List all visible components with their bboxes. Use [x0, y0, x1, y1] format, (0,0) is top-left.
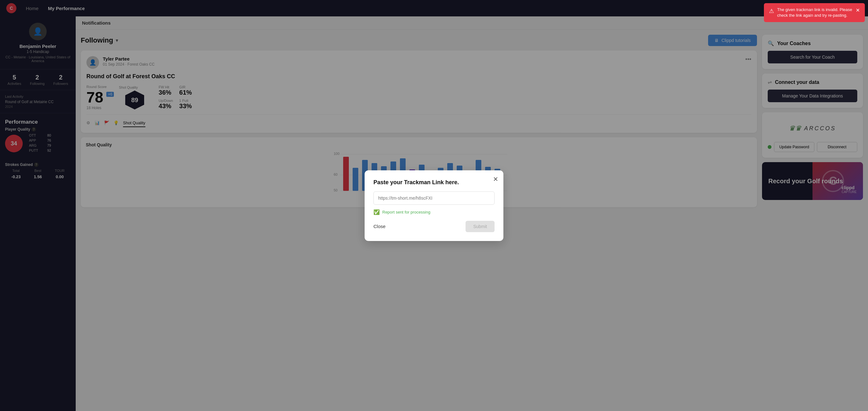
- success-text: Report sent for processing: [382, 210, 430, 215]
- modal-close-x-button[interactable]: ✕: [493, 176, 498, 183]
- success-check-icon: ✅: [373, 209, 380, 215]
- error-toast: ⚠ The given trackman link is invalid. Pl…: [764, 3, 865, 22]
- modal-submit-button[interactable]: Submit: [466, 221, 495, 232]
- toast-close-button[interactable]: ✕: [856, 7, 860, 14]
- modal-footer: Close Submit: [373, 221, 495, 232]
- modal-close-button[interactable]: Close: [373, 224, 385, 229]
- modal-success-message: ✅ Report sent for processing: [373, 209, 495, 215]
- trackman-modal: Paste your Trackman Link here. ✕ ✅ Repor…: [365, 170, 503, 241]
- trackman-link-input[interactable]: [373, 191, 495, 205]
- modal-title: Paste your Trackman Link here.: [373, 179, 495, 186]
- toast-warning-icon: ⚠: [769, 7, 774, 15]
- toast-message: The given trackman link is invalid. Plea…: [777, 7, 852, 18]
- modal-overlay[interactable]: Paste your Trackman Link here. ✕ ✅ Repor…: [0, 0, 868, 411]
